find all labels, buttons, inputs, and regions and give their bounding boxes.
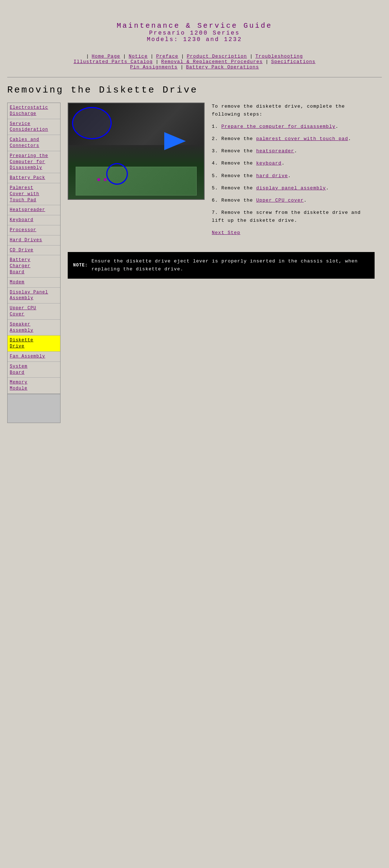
note-label: NOTE: xyxy=(73,263,88,268)
step-5a-link[interactable]: hard drive xyxy=(256,173,288,179)
page-wrapper: Maintenance & Service Guide Presario 120… xyxy=(0,0,389,430)
header: Maintenance & Service Guide Presario 120… xyxy=(7,7,382,50)
nav-battery-ops[interactable]: Battery Pack Operations xyxy=(186,64,259,70)
next-step: Next Step xyxy=(212,229,375,237)
nav-product-description[interactable]: Product Description xyxy=(187,54,247,59)
step-5b: 5. Remove the display panel assembly. xyxy=(212,184,375,192)
sidebar-item-heatspreader[interactable]: Heatspreader xyxy=(8,205,60,215)
page-title: Removing the Diskette Drive xyxy=(7,85,382,95)
circle-top-highlight xyxy=(72,107,112,139)
circle-bottom-highlight xyxy=(106,163,128,185)
sidebar-item-memory[interactable]: MemoryModule xyxy=(8,378,60,394)
sidebar-item-upper-cpu[interactable]: Upper CPUCover xyxy=(8,303,60,320)
nav-specifications[interactable]: Specifications xyxy=(271,59,316,64)
purple-dots xyxy=(97,178,107,181)
nav-removal-replacement[interactable]: Removal & Replacement Procedures xyxy=(161,59,263,64)
sidebar-item-cd-drive[interactable]: CD Drive xyxy=(8,246,60,256)
subtitle1: Presario 1200 Series xyxy=(7,30,382,36)
sidebar-item-modem[interactable]: Modem xyxy=(8,278,60,288)
step-5a: 5. Remove the hard drive. xyxy=(212,172,375,180)
step-7: 7. Remove the screw from the diskette dr… xyxy=(212,209,375,225)
step-4: 4. Remove the keyboard. xyxy=(212,159,375,167)
sidebar-item-keyboard[interactable]: Keyboard xyxy=(8,215,60,225)
divider xyxy=(7,77,382,77)
instruction-intro: To remove the diskette drive, complete t… xyxy=(212,103,375,118)
pcb-details xyxy=(76,167,197,195)
note-wrapper: NOTE: Ensure the diskette drive eject le… xyxy=(68,252,375,279)
nav-home[interactable]: Home Page xyxy=(92,54,120,59)
nav-pin-assignments[interactable]: Pin Assignments xyxy=(130,64,178,70)
step-1-link[interactable]: Prepare the computer for disassembly xyxy=(221,124,335,129)
subtitle2: Models: 1230 and 1232 xyxy=(7,36,382,43)
sidebar-item-display-panel[interactable]: Display PanelAssembly xyxy=(8,288,60,304)
laptop-image xyxy=(68,103,205,200)
step-2: 2. Remove the palmrest cover with touch … xyxy=(212,135,375,143)
sidebar-bottom xyxy=(8,394,60,423)
sidebar-item-processor[interactable]: Processor xyxy=(8,225,60,235)
main-image-area: To remove the diskette drive, complete t… xyxy=(68,103,375,241)
sidebar-item-battery-pack[interactable]: Battery Pack xyxy=(8,173,60,183)
sidebar-item-battery-charger[interactable]: BatteryChargerBoard xyxy=(8,255,60,277)
sidebar-item-palmrest[interactable]: PalmrestCover withTouch Pad xyxy=(8,183,60,205)
nav-troubleshooting[interactable]: Troubleshooting xyxy=(255,54,303,59)
purple-dot-1 xyxy=(97,178,100,181)
note-text: Ensure the diskette drive eject lever is… xyxy=(91,257,369,273)
sidebar-item-cables[interactable]: Cables andConnectors xyxy=(8,135,60,151)
sidebar-item-system-board[interactable]: SystemBoard xyxy=(8,362,60,378)
step-3-link[interactable]: heatspreader xyxy=(256,148,294,154)
main-content: To remove the diskette drive, complete t… xyxy=(61,103,382,423)
sidebar-item-hard-drives[interactable]: Hard Drives xyxy=(8,235,60,246)
content-area: ElectrostaticDischarge ServiceConsiderat… xyxy=(7,103,382,423)
sidebar-item-speaker[interactable]: SpeakerAssembly xyxy=(8,320,60,336)
step-2-link[interactable]: palmrest cover with touch pad xyxy=(256,136,348,141)
nav: | Home Page | Notice | Preface | Product… xyxy=(7,50,382,73)
purple-dot-2 xyxy=(104,178,107,181)
step-1: 1. Prepare the computer for disassembly. xyxy=(212,123,375,131)
sidebar-item-preparing[interactable]: Preparing theComputer forDisassembly xyxy=(8,151,60,173)
step-4-link[interactable]: keyboard xyxy=(256,161,281,166)
main-title: Maintenance & Service Guide xyxy=(7,22,382,30)
laptop-image-inner xyxy=(68,103,204,199)
direction-arrow xyxy=(164,132,186,150)
sidebar-item-service[interactable]: ServiceConsideration xyxy=(8,119,60,135)
pcb-area xyxy=(68,145,204,199)
step-6-link[interactable]: Upper CPU cover xyxy=(256,198,304,203)
instructions: To remove the diskette drive, complete t… xyxy=(212,103,375,241)
step-5b-link[interactable]: display panel assembly xyxy=(256,185,326,191)
nav-preface[interactable]: Preface xyxy=(156,54,178,59)
sidebar-item-fan[interactable]: Fan Assembly xyxy=(8,352,60,362)
sidebar-item-diskette[interactable]: DisketteDrive xyxy=(8,336,60,352)
nav-notice[interactable]: Notice xyxy=(129,54,148,59)
step-3: 3. Remove the heatspreader. xyxy=(212,147,375,155)
nav-illustrated-parts[interactable]: Illustrated Parts Catalog xyxy=(73,59,153,64)
sidebar: ElectrostaticDischarge ServiceConsiderat… xyxy=(7,103,61,423)
step-6: 6. Remove the Upper CPU cover. xyxy=(212,197,375,204)
sidebar-item-electrostatic[interactable]: ElectrostaticDischarge xyxy=(8,103,60,119)
next-step-link[interactable]: Next Step xyxy=(212,230,240,235)
